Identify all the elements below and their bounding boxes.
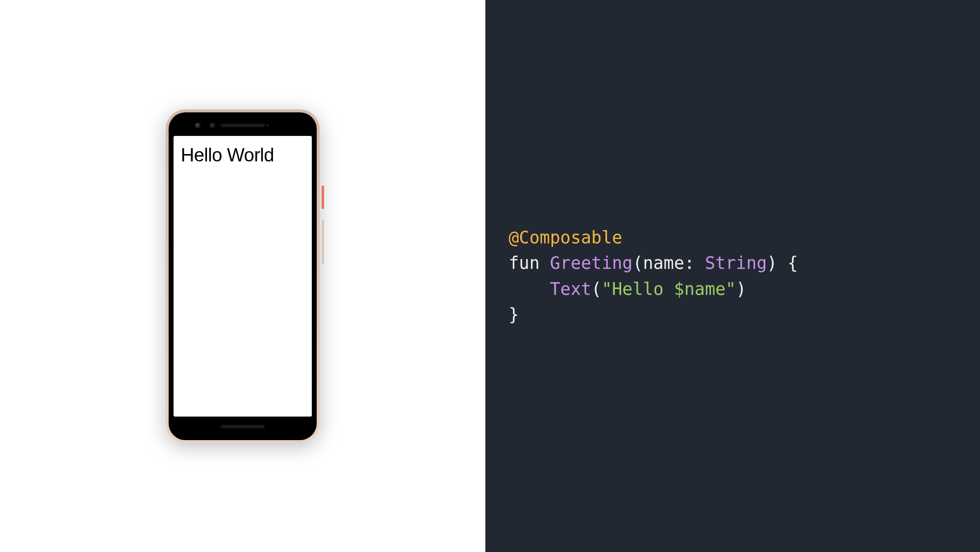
slide-container: Hello World @Composable fun Greeting(nam… bbox=[0, 0, 980, 552]
indent-token bbox=[509, 279, 550, 299]
phone-body: Hello World bbox=[169, 112, 317, 440]
screen-greeting-text: Hello World bbox=[181, 145, 304, 166]
string-interp-token: $name bbox=[674, 279, 726, 299]
phone-inner: Hello World bbox=[172, 115, 314, 437]
param-type-token: String bbox=[705, 253, 767, 273]
paren-open-token: ( bbox=[632, 253, 643, 273]
call-close-token: ) bbox=[736, 279, 746, 299]
preview-panel: Hello World bbox=[0, 0, 485, 552]
code-snippet: @Composable fun Greeting(name: String) {… bbox=[509, 225, 798, 328]
sensor-icon bbox=[210, 123, 215, 128]
text-fn-token: Text bbox=[550, 279, 591, 299]
top-speaker-icon bbox=[221, 124, 265, 127]
fun-keyword-token: fun bbox=[509, 253, 540, 273]
paren-close-token: ) bbox=[767, 253, 777, 273]
phone-screen: Hello World bbox=[174, 136, 312, 417]
string-part1-token: Hello bbox=[612, 279, 674, 299]
annotation-token: @Composable bbox=[509, 228, 623, 247]
phone-mockup: Hello World bbox=[166, 109, 320, 443]
colon-token: : bbox=[684, 253, 695, 273]
proximity-dot-icon bbox=[266, 124, 269, 127]
front-camera-icon bbox=[195, 123, 201, 128]
phone-bottom-bezel bbox=[172, 417, 314, 437]
bottom-speaker-icon bbox=[221, 425, 265, 428]
string-close-token: " bbox=[726, 279, 736, 299]
param-name-token: name bbox=[643, 253, 684, 273]
code-panel: @Composable fun Greeting(name: String) {… bbox=[485, 0, 980, 552]
volume-button-icon bbox=[322, 220, 324, 264]
function-name-token: Greeting bbox=[550, 253, 633, 273]
phone-top-bezel bbox=[172, 115, 314, 136]
power-button-icon bbox=[322, 185, 324, 209]
call-open-token: ( bbox=[591, 279, 602, 299]
string-open-token: " bbox=[602, 279, 612, 299]
brace-open-token: { bbox=[788, 253, 798, 273]
brace-close-token: } bbox=[509, 305, 519, 324]
